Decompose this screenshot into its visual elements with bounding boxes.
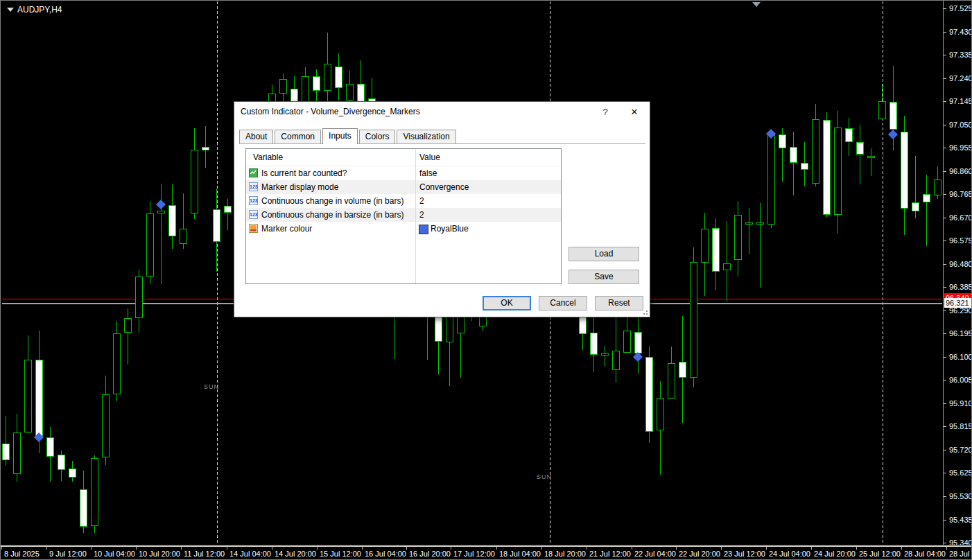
triangle-down-icon [7, 8, 14, 12]
resize-grip-icon[interactable] [642, 309, 648, 315]
mt4-chart-window: SUNSUN AUDJPY,H4 97.52597.43097.33597.24… [0, 0, 972, 560]
candle-body [279, 79, 287, 94]
price-tick [944, 78, 946, 79]
candle-body [856, 142, 864, 155]
candle-body [912, 202, 919, 211]
tab-inputs[interactable]: Inputs [322, 128, 358, 144]
candle-body [878, 101, 886, 119]
candle-body [80, 489, 87, 527]
candle-wick [793, 132, 794, 195]
time-tick-label: 22 Jul 04:00 [634, 550, 676, 558]
time-tick-label: 10 Jul 20:00 [139, 550, 180, 558]
candle-body [13, 432, 21, 474]
tab-visualization[interactable]: Visualization [397, 130, 455, 143]
tab-colors[interactable]: Colors [359, 130, 396, 143]
time-tick-label: 18 Jul 04:00 [499, 550, 541, 558]
candle-body [745, 222, 753, 225]
weekday-label: SUN [204, 383, 219, 390]
time-tick [181, 547, 182, 550]
time-tick [496, 547, 497, 550]
price-tick-label: 95.530 [949, 492, 972, 500]
help-icon[interactable]: ? [597, 105, 614, 119]
tab-common[interactable]: Common [275, 130, 321, 143]
price-tick [944, 101, 946, 102]
load-button[interactable]: Load [569, 247, 639, 261]
candle-wick [860, 125, 860, 184]
candle-body [668, 363, 675, 399]
candle-wick [871, 148, 871, 176]
cancel-button[interactable]: Cancel [539, 296, 587, 310]
param-row[interactable]: Is current bar counted?false [246, 166, 561, 180]
time-tick-label: 24 Jul 20:00 [814, 550, 856, 558]
price-tick-label: 95.910 [949, 399, 972, 408]
time-tick-label: 16 Jul 04:00 [365, 550, 406, 558]
time-tick [227, 547, 227, 550]
time-tick-label: 23 Jul 12:00 [724, 550, 765, 558]
chart-shift-marker-icon [752, 2, 761, 7]
time-tick-label: 17 Jul 12:00 [453, 550, 495, 558]
price-tick [944, 520, 946, 520]
candle-body [135, 277, 143, 318]
candle-body [712, 228, 720, 272]
reset-button[interactable]: Reset [595, 296, 643, 310]
param-name: Is current bar counted? [261, 168, 347, 178]
param-value: Convergence [419, 182, 469, 192]
candle-body [634, 332, 642, 353]
candle-body [657, 398, 664, 430]
time-tick-label: 14 Jul 04:00 [229, 550, 271, 558]
candle-body [790, 147, 797, 163]
candle-body [91, 458, 98, 526]
price-tick [944, 218, 946, 218]
candle-body [191, 150, 198, 213]
candle-wick [926, 175, 927, 246]
param-value: RoyalBlue [431, 224, 469, 234]
param-row[interactable]: 123Marker display modeConvergence [246, 180, 561, 194]
param-name: Marker colour [261, 224, 312, 234]
bid-price-badge: 96.321 [944, 298, 972, 308]
price-tick-label: 96.955 [949, 143, 972, 152]
param-row[interactable]: Marker colourRoyalBlue [246, 222, 561, 236]
candle-body [157, 211, 165, 213]
time-tick [136, 547, 137, 550]
param-row[interactable]: 123Continuous change in volume (in bars)… [246, 194, 561, 208]
param-row[interactable]: 123Continuous change in barsize (in bars… [246, 208, 561, 222]
number-icon: 123 [249, 210, 258, 219]
dialog-titlebar[interactable]: Custom Indicator - Volume_Divergence_Mar… [234, 102, 650, 121]
candle-wick [760, 203, 761, 288]
ok-button[interactable]: OK [483, 296, 531, 310]
close-icon[interactable]: ✕ [623, 105, 645, 119]
time-tick-label: 9 Jul 12:00 [49, 550, 87, 558]
price-tick-label: 96.385 [949, 283, 972, 291]
price-tick [944, 357, 946, 358]
candle-body [645, 357, 653, 432]
time-tick [632, 547, 632, 550]
curve-icon [249, 168, 258, 177]
candle-body [102, 394, 110, 458]
candle-body [35, 360, 43, 438]
price-tick-label: 96.860 [949, 167, 972, 175]
divergence-marker-diamond [888, 130, 898, 139]
save-button[interactable]: Save [569, 270, 639, 284]
time-tick [946, 547, 947, 550]
candle-wick [161, 184, 162, 284]
divergence-marker-diamond [156, 200, 166, 209]
candle-body [612, 351, 620, 370]
param-name: Continuous change in volume (in bars) [261, 196, 403, 206]
time-tick [541, 547, 542, 550]
time-tick-label: 14 Jul 20:00 [275, 550, 316, 558]
column-header-value: Value [419, 152, 440, 162]
candle-body [623, 331, 631, 353]
candle-body [845, 128, 853, 142]
time-tick [587, 547, 587, 550]
tab-about[interactable]: About [239, 130, 273, 143]
week-separator-line [883, 1, 883, 545]
price-tick [944, 8, 946, 9]
price-tick-label: 95.435 [949, 516, 972, 524]
price-tick-label: 97.145 [949, 97, 972, 105]
price-tick-label: 95.720 [949, 446, 972, 454]
candle-body [779, 134, 786, 148]
candle-body [313, 76, 320, 91]
candle-body [934, 180, 941, 195]
candle-body [202, 147, 209, 150]
time-tick [721, 547, 722, 550]
